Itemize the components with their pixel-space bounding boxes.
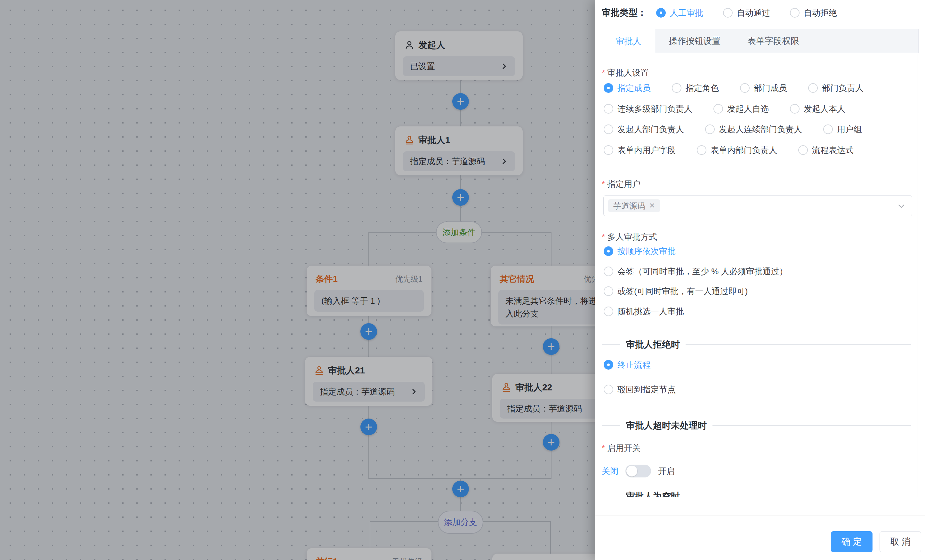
empty-approver-section-divider: 审批人为空时 — [602, 490, 911, 497]
approval-type-row: 审批类型： 人工审批 自动通过 自动拒绝 — [602, 5, 837, 21]
radio-option[interactable]: 部门成员 — [740, 83, 787, 94]
enable-switch-row: 关闭 开启 — [602, 464, 675, 478]
approver-setting-row1: 指定成员 指定角色 部门成员 部门负责人 — [604, 81, 863, 95]
switch-knob — [627, 465, 637, 476]
radio-option[interactable]: 发起人本人 — [790, 103, 845, 114]
tag-close-icon[interactable]: ✕ — [649, 202, 655, 210]
radio-label: 发起人自选 — [727, 103, 769, 114]
radio-approval-type-manual[interactable]: 人工审批 — [656, 8, 703, 18]
radio-dot — [604, 307, 613, 316]
radio-multi-orsign[interactable]: 或签(可同时审批，有一人通过即可) — [604, 285, 748, 298]
reject-section-divider: 审批人拒绝时 — [602, 338, 911, 351]
radio-option[interactable]: 用户组 — [823, 124, 862, 135]
approver-setting-label: 审批人设置 — [602, 66, 649, 79]
radio-label: 人工审批 — [670, 8, 703, 18]
radio-label: 表单内部门负责人 — [711, 145, 777, 156]
divider-title: 审批人超时未处理时 — [620, 419, 713, 432]
approver-setting-row4: 表单内用户字段 表单内部门负责人 流程表达式 — [604, 144, 854, 157]
radio-label: 或签(可同时审批，有一人通过即可) — [618, 286, 748, 297]
radio-option[interactable]: 连续多级部门负责人 — [604, 103, 692, 114]
tab-form-field-permissions[interactable]: 表单字段权限 — [734, 29, 813, 53]
tab-label: 操作按钮设置 — [669, 35, 720, 47]
assign-user-label: 指定用户 — [602, 178, 640, 190]
radio-label: 发起人部门负责人 — [618, 124, 684, 135]
radio-dot — [604, 246, 613, 256]
radio-dot — [808, 83, 818, 93]
confirm-button[interactable]: 确 定 — [831, 531, 872, 552]
tab-label: 审批人 — [616, 36, 642, 47]
radio-multi-sequential[interactable]: 按顺序依次审批 — [604, 245, 676, 257]
enable-switch-label: 启用开关 — [602, 442, 640, 455]
radio-reject-terminate[interactable]: 终止流程 — [604, 358, 651, 371]
radio-label: 用户组 — [837, 124, 862, 135]
cancel-button[interactable]: 取 消 — [880, 531, 921, 552]
radio-label: 驳回到指定节点 — [618, 384, 676, 395]
radio-approval-type-auto-reject[interactable]: 自动拒绝 — [790, 8, 837, 18]
footer-divider — [595, 515, 925, 516]
chevron-down-icon — [897, 202, 905, 210]
radio-option[interactable]: 流程表达式 — [798, 145, 854, 156]
approval-type-label: 审批类型： — [602, 7, 646, 19]
radio-option[interactable]: 表单内部门负责人 — [697, 145, 777, 156]
radio-dot — [656, 8, 666, 18]
radio-label: 随机挑选一人审批 — [618, 306, 684, 317]
radio-dot — [790, 8, 800, 18]
tag-text: 芋道源码 — [613, 201, 645, 211]
tab-approver[interactable]: 审批人 — [602, 29, 655, 53]
approver-setting-row2: 连续多级部门负责人 发起人自选 发起人本人 — [604, 102, 845, 115]
radio-dot — [604, 266, 613, 276]
radio-label: 指定角色 — [685, 83, 719, 94]
radio-label: 部门负责人 — [822, 83, 863, 94]
radio-option[interactable]: 发起人部门负责人 — [604, 124, 684, 135]
timeout-section-divider: 审批人超时未处理时 — [602, 419, 911, 432]
radio-dot — [697, 145, 707, 155]
tab-button-settings[interactable]: 操作按钮设置 — [655, 29, 734, 53]
radio-option[interactable]: 发起人自选 — [713, 103, 769, 114]
radio-option[interactable]: 发起人连续部门负责人 — [705, 124, 802, 135]
multi-mode-label: 多人审批方式 — [602, 230, 657, 243]
radio-dot — [604, 104, 613, 114]
divider-title: 审批人为空时 — [620, 490, 685, 497]
radio-dot — [672, 83, 681, 93]
radio-label: 表单内用户字段 — [618, 145, 676, 156]
radio-multi-random[interactable]: 随机挑选一人审批 — [604, 305, 684, 318]
radio-label: 发起人本人 — [804, 103, 845, 114]
radio-option[interactable]: 指定角色 — [672, 83, 719, 94]
radio-dot — [604, 385, 613, 394]
radio-dot — [604, 286, 613, 296]
approver-settings-panel: 审批类型： 人工审批 自动通过 自动拒绝 审批人 操作按钮设置 表单字段权限 审… — [595, 0, 925, 560]
selected-user-tag: 芋道源码 ✕ — [608, 199, 660, 212]
divider-title: 审批人拒绝时 — [620, 338, 685, 351]
approver-setting-row3: 发起人部门负责人 发起人连续部门负责人 用户组 — [604, 123, 862, 135]
radio-label: 连续多级部门负责人 — [618, 103, 692, 114]
radio-dot — [723, 8, 733, 18]
settings-tabs: 审批人 操作按钮设置 表单字段权限 — [602, 29, 919, 53]
assign-user-select[interactable]: 芋道源码 ✕ — [603, 195, 912, 216]
radio-dot — [740, 83, 750, 93]
radio-label: 流程表达式 — [812, 145, 854, 156]
radio-dot — [790, 104, 800, 114]
radio-label: 按顺序依次审批 — [618, 246, 676, 257]
radio-dot — [705, 125, 715, 134]
radio-multi-countersign[interactable]: 会签（可同时审批，至少 % 人必须审批通过） — [604, 265, 788, 278]
radio-option[interactable]: 表单内用户字段 — [604, 145, 676, 156]
radio-label: 自动拒绝 — [804, 8, 837, 18]
confirm-label: 确 定 — [841, 536, 862, 548]
cancel-label: 取 消 — [890, 536, 911, 548]
radio-label: 发起人连续部门负责人 — [719, 124, 802, 135]
radio-label: 终止流程 — [618, 359, 651, 370]
radio-dot — [604, 360, 613, 370]
radio-dot — [604, 145, 613, 155]
enable-switch-toggle[interactable] — [625, 465, 651, 477]
radio-option[interactable]: 指定成员 — [604, 83, 651, 94]
radio-reject-return-node[interactable]: 驳回到指定节点 — [604, 383, 676, 396]
approver-tab-content[interactable]: 审批人设置 指定成员 指定角色 部门成员 部门负责人 连续多级部门负责人 发起人… — [595, 54, 925, 497]
radio-label: 部门成员 — [754, 83, 787, 94]
radio-dot — [604, 83, 613, 93]
radio-option[interactable]: 部门负责人 — [808, 83, 863, 94]
radio-label: 会签（可同时审批，至少 % 人必须审批通过） — [618, 266, 788, 277]
radio-approval-type-auto-approve[interactable]: 自动通过 — [723, 8, 770, 18]
radio-dot — [713, 104, 723, 114]
radio-dot — [604, 125, 613, 134]
radio-label: 指定成员 — [618, 83, 651, 94]
